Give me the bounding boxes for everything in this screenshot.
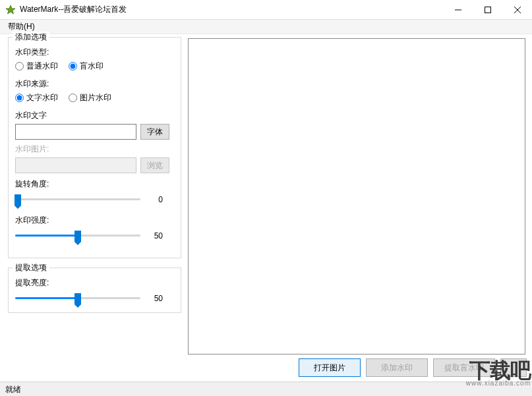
extract-options-group: 提取选项 提取亮度: 50 bbox=[8, 268, 181, 313]
strength-slider-thumb[interactable] bbox=[74, 231, 81, 242]
maximize-button[interactable] bbox=[473, 1, 502, 19]
right-panel bbox=[188, 34, 532, 357]
minimize-button[interactable] bbox=[443, 1, 473, 19]
wm-text-label: 水印文字 bbox=[15, 110, 174, 121]
add-options-group: 添加选项 水印类型: 普通水印 盲水印 水印来源: 文字水印 图片水印 水印文字… bbox=[8, 37, 181, 258]
menu-bar: 帮助(H) bbox=[0, 20, 532, 34]
minimize-icon bbox=[455, 7, 461, 13]
radio-blind-wm[interactable]: 盲水印 bbox=[69, 61, 103, 72]
main-content: 添加选项 水印类型: 普通水印 盲水印 水印来源: 文字水印 图片水印 水印文字… bbox=[0, 34, 532, 357]
brightness-slider[interactable] bbox=[15, 291, 140, 306]
truncated-button bbox=[500, 358, 527, 377]
radio-image-wm[interactable]: 图片水印 bbox=[69, 92, 111, 103]
maximize-icon bbox=[485, 7, 491, 13]
title-bar: WaterMark--吾爱破解论坛首发 bbox=[0, 0, 532, 20]
radio-text-wm[interactable]: 文字水印 bbox=[15, 92, 58, 103]
brightness-value: 50 bbox=[144, 294, 163, 303]
window-controls bbox=[443, 1, 532, 19]
add-watermark-button: 添加水印 bbox=[366, 358, 428, 377]
app-star-icon bbox=[5, 5, 16, 15]
wm-source-label: 水印来源: bbox=[15, 78, 174, 90]
strength-slider[interactable] bbox=[15, 229, 140, 243]
brightness-label: 提取亮度: bbox=[15, 277, 174, 289]
image-preview bbox=[188, 38, 525, 354]
svg-marker-0 bbox=[6, 5, 15, 14]
extract-options-legend: 提取选项 bbox=[13, 262, 49, 273]
radio-image-wm-label: 图片水印 bbox=[80, 92, 111, 103]
wm-image-input bbox=[15, 157, 136, 173]
radio-text-wm-label: 文字水印 bbox=[26, 92, 58, 103]
radio-blind-wm-label: 盲水印 bbox=[80, 61, 103, 72]
svg-rect-2 bbox=[485, 7, 490, 13]
close-button[interactable] bbox=[502, 1, 532, 19]
open-image-button[interactable]: 打开图片 bbox=[299, 358, 361, 377]
radio-normal-wm[interactable]: 普通水印 bbox=[15, 61, 58, 72]
radio-normal-wm-label: 普通水印 bbox=[26, 61, 58, 72]
extract-blind-button: 提取盲水印 bbox=[433, 358, 495, 377]
strength-value: 50 bbox=[144, 231, 163, 240]
rotate-value: 0 bbox=[144, 195, 163, 204]
brightness-slider-thumb[interactable] bbox=[74, 293, 81, 304]
add-options-legend: 添加选项 bbox=[13, 32, 49, 43]
wm-text-input[interactable] bbox=[15, 124, 136, 140]
rotate-slider-thumb[interactable] bbox=[15, 194, 21, 206]
font-button[interactable]: 字体 bbox=[140, 124, 169, 140]
browse-button: 浏览 bbox=[140, 157, 169, 173]
rotate-slider[interactable] bbox=[15, 192, 140, 207]
strength-label: 水印强度: bbox=[15, 215, 174, 226]
close-icon bbox=[514, 7, 521, 13]
bottom-button-bar: 打开图片 添加水印 提取盲水印 bbox=[299, 358, 527, 377]
rotate-label: 旋转角度: bbox=[15, 179, 174, 190]
left-panel: 添加选项 水印类型: 普通水印 盲水印 水印来源: 文字水印 图片水印 水印文字… bbox=[0, 34, 188, 357]
wm-type-label: 水印类型: bbox=[15, 47, 174, 58]
status-bar: 就绪 bbox=[0, 382, 532, 396]
wm-image-label: 水印图片: bbox=[15, 144, 174, 155]
window-title: WaterMark--吾爱破解论坛首发 bbox=[20, 4, 443, 15]
status-text: 就绪 bbox=[5, 385, 21, 394]
